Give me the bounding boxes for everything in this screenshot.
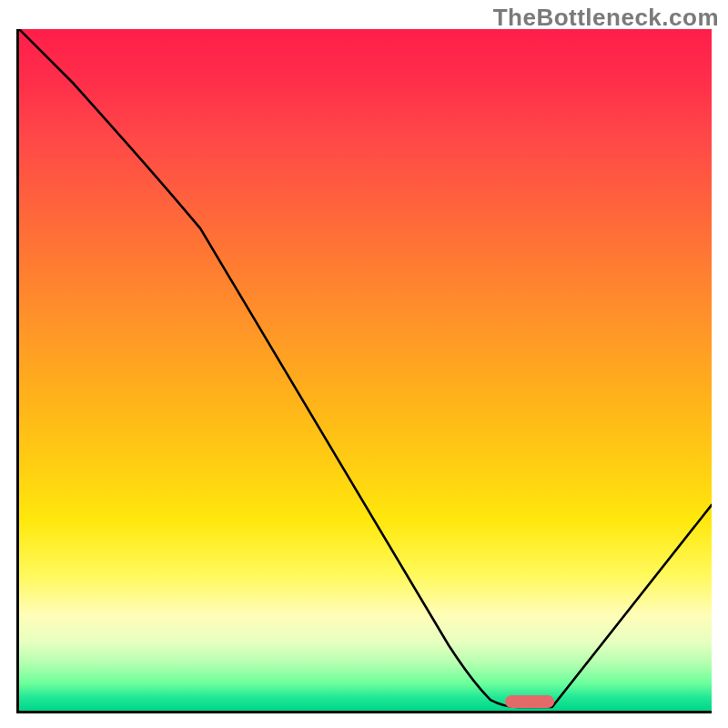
curve-path	[19, 29, 712, 707]
bottleneck-curve	[19, 29, 712, 711]
chart-canvas: TheBottleneck.com	[0, 0, 728, 728]
plot-area	[16, 29, 712, 713]
minimum-marker	[505, 695, 554, 708]
watermark-label: TheBottleneck.com	[493, 4, 719, 32]
